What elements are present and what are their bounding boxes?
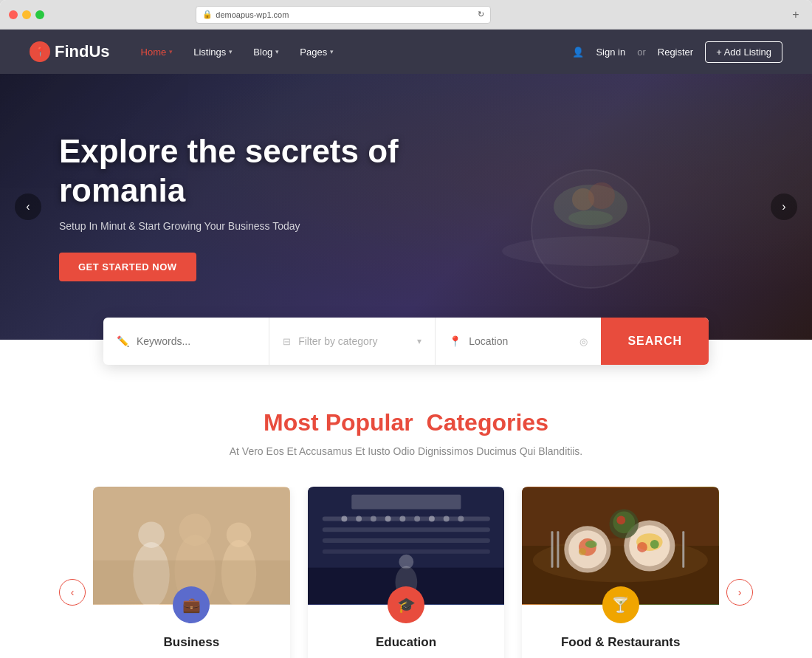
separator: or (637, 47, 646, 58)
search-icon: ✏️ (117, 335, 129, 347)
svg-point-23 (371, 516, 376, 522)
search-button[interactable]: SEARCH (601, 318, 709, 365)
nav-item-home[interactable]: Home ▾ (132, 41, 182, 64)
category-card-food: 🍸 Food & Restaurants Browse (522, 487, 719, 658)
svg-point-24 (385, 516, 390, 522)
register-link[interactable]: Register (658, 47, 693, 58)
sign-in-link[interactable]: Sign in (596, 47, 625, 58)
header-right: 👤 Sign in or Register + Add Listing (572, 41, 782, 63)
site-content: 📍 FindUs Home ▾ Listings ▾ Blog ▾ Pages (0, 30, 812, 658)
svg-rect-46 (551, 531, 554, 567)
section-title-plain: Most Popular (264, 409, 413, 436)
svg-point-28 (443, 516, 449, 522)
section-title-accent: Categories (427, 409, 548, 436)
keywords-input[interactable] (137, 335, 255, 347)
gps-icon: ◎ (579, 336, 588, 347)
food-icon-wrap: 🍸 (602, 586, 639, 623)
location-icon: 📍 (449, 335, 461, 347)
new-tab-button[interactable]: + (788, 7, 803, 22)
svg-point-11 (179, 514, 211, 546)
svg-point-21 (341, 516, 347, 522)
hero-subtitle: Setup In Minut & Start Growing Your Busi… (59, 220, 458, 232)
search-section: ✏️ ⊟ Filter by category ▾ 📍 ◎ SEARCH (0, 318, 812, 365)
category-card-education: 🎓 Education Browse (308, 487, 505, 658)
logo[interactable]: 📍 FindUs (30, 41, 110, 62)
svg-point-40 (579, 548, 586, 555)
nav-item-blog[interactable]: Blog ▾ (244, 41, 288, 64)
svg-point-26 (414, 516, 420, 522)
location-field[interactable]: 📍 ◎ (436, 318, 601, 365)
business-icon-wrap: 💼 (173, 586, 210, 623)
svg-rect-47 (557, 531, 560, 567)
address-bar[interactable]: 🔒 demoapus-wp1.com ↻ (196, 6, 491, 24)
svg-point-5 (568, 210, 613, 225)
carousel-prev-button[interactable]: ‹ (59, 579, 86, 606)
category-dropdown[interactable]: ⊟ Filter by category ▾ (269, 318, 436, 365)
hero-next-button[interactable]: › (771, 193, 797, 220)
close-button[interactable] (9, 10, 18, 19)
cocktail-icon: 🍸 (611, 596, 630, 614)
briefcase-icon: 💼 (182, 596, 201, 614)
svg-point-13 (227, 522, 252, 547)
minimize-button[interactable] (22, 10, 31, 19)
categories-carousel: ‹ (59, 487, 753, 658)
nav-item-listings[interactable]: Listings ▾ (185, 41, 241, 64)
svg-point-25 (399, 516, 405, 522)
svg-rect-19 (322, 549, 489, 554)
chevron-down-icon: ▾ (330, 48, 334, 55)
svg-rect-48 (683, 531, 685, 567)
section-title: Most Popular Categories (59, 409, 753, 436)
hero-prev-button[interactable]: ‹ (15, 193, 41, 220)
education-info: Education Browse (308, 623, 505, 658)
category-card-business: 💼 Business Browse (93, 487, 290, 658)
svg-point-27 (429, 516, 435, 522)
logo-icon: 📍 (30, 41, 50, 62)
main-nav: Home ▾ Listings ▾ Blog ▾ Pages ▾ (132, 41, 573, 64)
graduation-icon: 🎓 (397, 596, 416, 614)
svg-point-22 (356, 516, 362, 522)
hero-title: Explore the secrets of romania (59, 132, 458, 210)
section-subtitle: At Vero Eos Et Accusamus Et Iusto Odio D… (59, 445, 753, 457)
chevron-down-icon: ▾ (229, 48, 233, 55)
lock-icon: 🔒 (202, 10, 213, 19)
svg-rect-17 (322, 527, 489, 532)
user-icon: 👤 (572, 47, 584, 58)
svg-point-45 (650, 540, 659, 549)
chevron-down-icon: ▾ (169, 48, 173, 55)
site-header: 📍 FindUs Home ▾ Listings ▾ Blog ▾ Pages (0, 30, 812, 74)
svg-point-51 (617, 516, 626, 525)
location-input[interactable] (469, 335, 572, 347)
hero-cta-button[interactable]: GET STARTED NOW (59, 253, 196, 281)
svg-point-31 (399, 555, 413, 569)
traffic-lights (9, 10, 44, 19)
categories-section: Most Popular Categories At Vero Eos Et A… (0, 365, 812, 658)
business-info: Business Browse (93, 623, 290, 658)
categories-grid: 💼 Business Browse (93, 487, 719, 658)
business-name: Business (108, 635, 275, 650)
nav-item-pages[interactable]: Pages ▾ (291, 41, 343, 64)
hero-section: ‹ Explore the secrets of romania Setup I… (0, 74, 812, 340)
chevron-down-icon: ▾ (275, 48, 279, 55)
browser-window: 🔒 demoapus-wp1.com ↻ + 📍 FindUs Home ▾ L… (0, 0, 812, 658)
keywords-field[interactable]: ✏️ (103, 318, 269, 365)
svg-rect-16 (322, 516, 489, 521)
food-info: Food & Restaurants Browse (522, 623, 719, 658)
category-label: Filter by category (298, 335, 410, 347)
logo-text: FindUs (55, 42, 110, 61)
url-text: demoapus-wp1.com (216, 10, 289, 19)
search-bar: ✏️ ⊟ Filter by category ▾ 📍 ◎ SEARCH (103, 318, 709, 365)
svg-point-29 (458, 516, 464, 522)
chevron-down-icon: ▾ (417, 336, 422, 346)
svg-point-9 (138, 521, 165, 548)
food-name: Food & Restaurants (537, 635, 704, 650)
education-name: Education (323, 635, 490, 650)
carousel-next-button[interactable]: › (726, 579, 753, 606)
svg-point-4 (588, 182, 615, 209)
reload-icon[interactable]: ↻ (478, 10, 484, 19)
maximize-button[interactable] (35, 10, 44, 19)
hero-content: Explore the secrets of romania Setup In … (0, 132, 517, 282)
education-icon-wrap: 🎓 (388, 586, 424, 623)
browser-chrome: 🔒 demoapus-wp1.com ↻ + (0, 0, 812, 30)
add-listing-button[interactable]: + Add Listing (705, 41, 782, 63)
svg-point-39 (585, 541, 597, 548)
